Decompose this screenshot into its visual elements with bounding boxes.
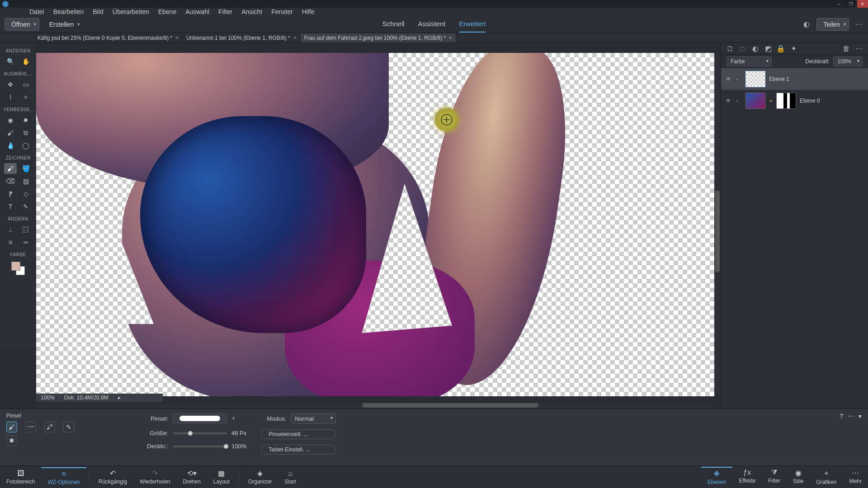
pattern-brush-preset[interactable]: ✱ <box>6 435 17 446</box>
visibility-icon[interactable]: 👁 <box>726 98 733 104</box>
lock-layer-icon[interactable]: 🔒 <box>776 44 785 53</box>
mode-schnell[interactable]: Schnell <box>382 16 404 33</box>
overflow-icon[interactable]: ⋯ <box>854 20 863 29</box>
layer-row[interactable]: 👁 ▪ ⚭ Ebene 0 <box>721 90 868 112</box>
canvas[interactable] <box>36 53 721 396</box>
move-tool[interactable]: ✥ <box>4 79 17 90</box>
zoom-level[interactable]: 100% <box>36 394 60 401</box>
horizontal-scrollbar[interactable] <box>36 402 715 408</box>
close-tab-icon[interactable]: ✕ <box>293 35 297 40</box>
layer-row[interactable]: 👁 ▪ Ebene 1 <box>721 68 868 90</box>
layer-name[interactable]: Ebene 0 <box>800 98 820 104</box>
status-arrow-icon[interactable]: ▸ <box>113 394 126 401</box>
blend-mode-select[interactable]: Farbe <box>726 56 772 66</box>
home-button[interactable]: ⌂Start <box>278 468 302 487</box>
layer-mask-thumbnail[interactable] <box>776 93 796 109</box>
menu-datei[interactable]: Datei <box>25 8 49 15</box>
lasso-tool[interactable]: ⌇ <box>4 92 17 103</box>
text-tool[interactable]: T <box>4 201 17 212</box>
pencil-tool[interactable]: ✎ <box>19 201 32 212</box>
redeye-tool[interactable]: ◉ <box>4 115 17 126</box>
layer-opacity-input[interactable]: 100% <box>833 56 863 66</box>
brush-preview-dropdown[interactable] <box>173 413 227 423</box>
wand-tool[interactable]: ✧ <box>19 92 32 103</box>
content-move-tool[interactable]: ⤭ <box>4 237 17 248</box>
opacity-value[interactable]: 100% <box>231 443 246 450</box>
new-layer-icon[interactable]: 🗋 <box>726 44 735 53</box>
more-tab[interactable]: ⋯Mehr <box>843 467 868 487</box>
effects-tab[interactable]: ƒxEffekte <box>732 467 762 487</box>
close-button[interactable]: ✕ <box>857 0 868 8</box>
document-tab[interactable]: Frau auf dem Fahrrad-2.jpeg bei 100% (Eb… <box>301 33 457 42</box>
menu-filter[interactable]: Filter <box>214 8 237 15</box>
visibility-icon[interactable]: 👁 <box>726 76 733 82</box>
maximize-button[interactable]: ❐ <box>845 0 856 8</box>
straighten-tool[interactable]: ═ <box>19 237 32 248</box>
bucket-tool[interactable]: 🪣 <box>19 163 32 174</box>
menu-auswahl[interactable]: Auswahl <box>181 8 214 15</box>
blur-tool[interactable]: 💧 <box>4 140 17 151</box>
menu-fenster[interactable]: Fenster <box>267 8 297 15</box>
marquee-tool[interactable]: ▭ <box>19 79 32 90</box>
pencil-preset[interactable]: ✎ <box>63 422 74 432</box>
foreground-color[interactable] <box>11 262 20 271</box>
panel-menu-icon[interactable]: ⋯ <box>854 44 863 53</box>
crop-tool[interactable]: ⟂ <box>4 224 17 235</box>
delete-layer-icon[interactable]: 🗑 <box>842 44 851 53</box>
vertical-scrollbar[interactable] <box>714 53 721 396</box>
undo-button[interactable]: ↶Rückgängig <box>92 467 133 487</box>
contrast-icon[interactable]: ◐ <box>802 20 811 29</box>
layers-tab[interactable]: ❖Ebenen <box>701 467 732 487</box>
color-swatch[interactable] <box>11 262 25 275</box>
photobin-button[interactable]: 🖼Fotobereich <box>0 468 41 487</box>
close-tab-icon[interactable]: ✕ <box>175 35 179 40</box>
lock-icon[interactable]: ▪ <box>736 77 742 82</box>
zoom-tool[interactable]: 🔍 <box>4 56 17 67</box>
adjustment-layer-icon[interactable]: ◐ <box>751 44 760 53</box>
menu-hilfe[interactable]: Hilfe <box>297 8 319 15</box>
recompose-tool[interactable]: ⿴ <box>19 224 32 235</box>
shape-tool[interactable]: ◇ <box>19 188 32 199</box>
menu-bearbeiten[interactable]: Bearbeiten <box>49 8 89 15</box>
mode-erweitert[interactable]: Erweitert <box>459 16 486 33</box>
eyedropper-tool[interactable]: ⁋ <box>4 188 17 199</box>
menu-ansicht[interactable]: Ansicht <box>237 8 267 15</box>
eraser-tool[interactable]: ⌫ <box>4 176 17 187</box>
lock-icon[interactable]: ▪ <box>736 99 742 103</box>
filters-tab[interactable]: ⧩Filter <box>762 467 787 487</box>
share-button[interactable]: Teilen▼ <box>816 18 849 31</box>
close-tab-icon[interactable]: ✕ <box>448 35 452 40</box>
link-icon[interactable]: ⚭ <box>769 99 773 103</box>
spot-heal-tool[interactable]: ✹ <box>19 115 32 126</box>
hand-tool[interactable]: ✋ <box>19 56 32 67</box>
menu-ueberarbeiten[interactable]: Überarbeiten <box>108 8 154 15</box>
mode-assistent[interactable]: Assistent <box>418 16 446 33</box>
minimize-button[interactable]: ─ <box>834 0 844 8</box>
menu-ebene[interactable]: Ebene <box>154 8 181 15</box>
organizer-button[interactable]: ◈Organizer <box>242 467 278 487</box>
layer-thumbnail[interactable] <box>745 93 765 109</box>
sponge-tool[interactable]: ◯ <box>19 140 32 151</box>
document-tab[interactable]: Käfig psd bei 25% (Ebene 0 Kopie 5, Eben… <box>34 33 183 42</box>
size-slider[interactable] <box>173 432 227 434</box>
options-menu-icon[interactable]: ⋯ <box>848 413 854 420</box>
styles-tab[interactable]: ◉Stile <box>787 467 810 487</box>
color-replace-preset[interactable]: 🖍 <box>44 422 55 432</box>
tablet-settings-button[interactable]: Tablet-Einstell. ... <box>261 445 336 455</box>
brush-tool[interactable]: 🖌 <box>4 163 17 174</box>
tool-options-button[interactable]: ≡WZ-Optionen <box>41 467 86 487</box>
graphics-tab[interactable]: ＋Grafiken <box>810 467 843 487</box>
rotate-button[interactable]: ⟲▾Drehen <box>176 467 207 487</box>
collapse-icon[interactable]: ▾ <box>859 413 862 420</box>
brush-settings-button[interactable]: Pinseleinstell. ... <box>261 429 336 439</box>
open-button[interactable]: Öffnen▼ <box>5 18 39 31</box>
gradient-tool[interactable]: ▨ <box>19 176 32 187</box>
layout-button[interactable]: ▦Layout <box>207 467 236 487</box>
menu-bild[interactable]: Bild <box>88 8 108 15</box>
size-value[interactable]: 46 Px <box>231 430 246 436</box>
layer-thumbnail[interactable] <box>745 71 765 87</box>
impressionist-brush-preset[interactable]: 〰 <box>25 422 36 432</box>
opacity-slider[interactable] <box>173 446 227 447</box>
redo-button[interactable]: ↷Wiederholen <box>133 467 176 487</box>
layer-fx-icon[interactable]: ✦ <box>789 44 798 53</box>
